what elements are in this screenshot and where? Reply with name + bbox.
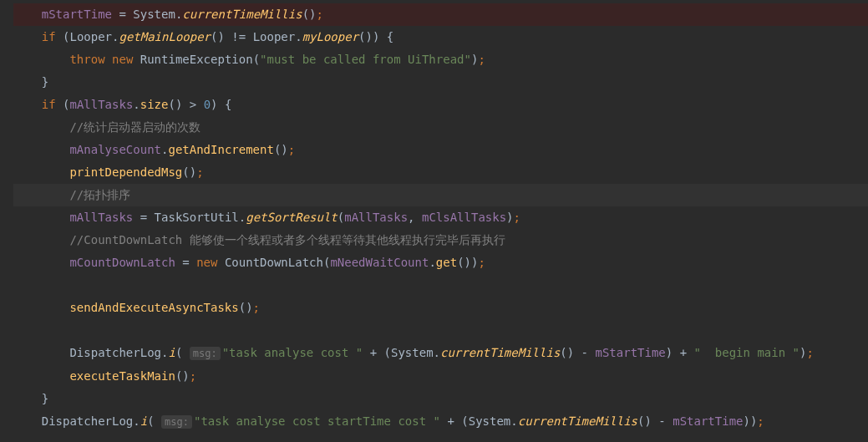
code-line[interactable]: //拓扑排序	[13, 184, 868, 206]
class-ref: DispatcherLog	[69, 346, 161, 359]
code-line[interactable]: mAnalyseCount.getAndIncrement();	[13, 139, 868, 161]
code-line[interactable]: mStartTime = System.currentTimeMillis();	[13, 3, 868, 26]
method-call: getSortResult	[246, 211, 338, 224]
method-call: executeTaskMain	[69, 369, 175, 383]
operator: =	[119, 8, 125, 21]
class-ref: DispatcherLog	[42, 414, 134, 428]
string-literal: "must be called from UiThread"	[260, 53, 471, 66]
keyword-new: new	[196, 256, 217, 269]
method-call: currentTimeMillis	[518, 414, 637, 428]
field-ref: mAllTasks	[69, 98, 133, 111]
code-line[interactable]: //CountDownLatch 能够使一个线程或者多个线程等待其他线程执行完毕…	[13, 229, 868, 251]
keyword-if: if	[42, 30, 56, 43]
field-ref: mStartTime	[42, 8, 112, 21]
code-line[interactable]	[13, 274, 868, 297]
method-call: get	[436, 256, 457, 269]
field-ref: mStartTime	[673, 414, 743, 428]
class-ref: CountDownLatch	[225, 256, 323, 269]
field-ref: mAnalyseCount	[69, 143, 161, 156]
method-call: size	[140, 98, 169, 111]
method-call: getAndIncrement	[168, 143, 273, 156]
code-line[interactable]: //统计启动器启动的次数	[13, 116, 868, 139]
parameter-hint: msg:	[161, 415, 192, 429]
method-call: currentTimeMillis	[182, 8, 302, 21]
code-line[interactable]: if (mAllTasks.size() > 0) {	[13, 94, 868, 116]
parameter-hint: msg:	[190, 347, 221, 360]
code-line[interactable]: }	[13, 388, 868, 410]
field-ref: mStartTime	[595, 346, 665, 359]
code-line[interactable]: if (Looper.getMainLooper() != Looper.myL…	[13, 26, 868, 48]
number-literal: 0	[204, 98, 211, 111]
keyword-if: if	[42, 98, 56, 111]
class-ref: System	[391, 346, 434, 359]
code-line[interactable]	[13, 319, 868, 342]
method-call: i	[140, 414, 147, 428]
field-ref: mCountDownLatch	[69, 256, 175, 269]
comment: //统计启动器启动的次数	[69, 120, 201, 134]
string-literal: " begin main "	[694, 346, 799, 359]
class-ref: RuntimeException	[140, 53, 253, 66]
method-call: i	[168, 346, 175, 359]
string-literal: "task analyse cost startTime cost "	[194, 414, 440, 428]
code-line[interactable]: DispatcherLog.i( msg:"task analyse cost …	[13, 342, 868, 365]
method-call: currentTimeMillis	[440, 346, 560, 359]
class-ref: Looper	[253, 30, 296, 43]
code-line[interactable]: sendAndExecuteAsyncTasks();	[13, 297, 868, 319]
code-line[interactable]: executeTaskMain();	[13, 365, 868, 388]
method-call: sendAndExecuteAsyncTasks	[69, 301, 238, 314]
class-ref: System	[469, 414, 511, 428]
code-line[interactable]: mCountDownLatch = new CountDownLatch(mNe…	[13, 251, 868, 274]
method-call: myLooper	[302, 30, 358, 43]
string-literal: "task analyse cost "	[222, 346, 363, 359]
field-ref: mNeedWaitCount	[330, 256, 429, 269]
keyword-new: new	[112, 53, 133, 66]
field-ref: mAllTasks	[344, 211, 408, 224]
field-ref: mAllTasks	[69, 211, 133, 224]
code-line[interactable]: }	[13, 71, 868, 94]
code-line[interactable]: throw new RuntimeException("must be call…	[13, 48, 868, 71]
code-line[interactable]: mAllTasks = TaskSortUtil.getSortResult(m…	[13, 206, 868, 229]
method-call: printDependedMsg	[69, 165, 182, 179]
comment: //CountDownLatch 能够使一个线程或者多个线程等待其他线程执行完毕…	[69, 233, 505, 246]
keyword-throw: throw	[69, 53, 104, 66]
comment: //拓扑排序	[69, 188, 130, 201]
class-ref: Looper	[69, 30, 112, 43]
field-ref: mClsAllTasks	[422, 211, 506, 224]
code-line[interactable]: printDependedMsg();	[13, 161, 868, 184]
class-ref: System	[133, 8, 175, 21]
method-call: getMainLooper	[119, 30, 211, 43]
class-ref: TaskSortUtil	[155, 211, 239, 224]
code-line[interactable]: DispatcherLog.i( msg:"task analyse cost …	[13, 410, 868, 434]
